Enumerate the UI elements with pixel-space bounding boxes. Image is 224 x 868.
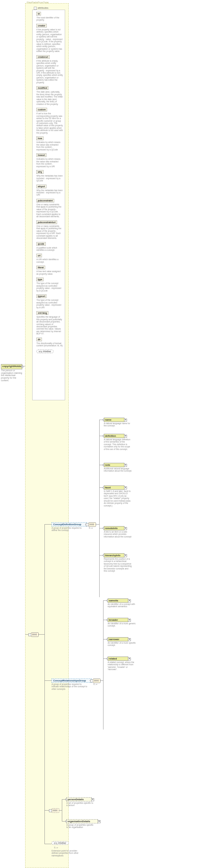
leaf-label: name [105, 418, 112, 421]
group-desc: A group of properties required to indica… [51, 683, 88, 690]
group-concept-relationships[interactable]: ConceptRelationshipsGroup [51, 679, 91, 683]
leaf-desc: Represents the position of a concept in … [104, 558, 132, 572]
attr-pubconstraint[interactable]: pubconstraint [36, 199, 54, 203]
attr-type[interactable]: type [36, 278, 43, 281]
attr-desc: Why the metadata has been included - exp… [36, 175, 63, 182]
connector [100, 680, 103, 681]
attr-any[interactable]: any ##other [36, 349, 53, 353]
group-name: ConceptRelationshipsGroup [53, 679, 86, 682]
collapse-icon[interactable]: - [34, 7, 37, 10]
expand-icon[interactable]: + [124, 527, 127, 530]
expand-icon[interactable]: + [128, 619, 131, 622]
leaf-label: broader [109, 618, 118, 621]
connector [62, 799, 62, 821]
attr-whyuri[interactable]: whyuri [36, 185, 46, 188]
leaf-label: organisationDetails [68, 820, 90, 823]
leaf-persondetails[interactable]: personDetails+ [66, 797, 91, 802]
leaf-sameas[interactable]: sameAs+ [108, 598, 128, 603]
attr-why[interactable]: why [36, 170, 43, 174]
attributes-header[interactable]: -attributes [34, 6, 48, 10]
leaf-desc: An identifier of a more specific concept… [108, 642, 136, 647]
leaf-facet[interactable]: facet+ [104, 486, 124, 490]
expand-icon[interactable]: + [128, 599, 131, 602]
occurrence: 0..∞ [94, 683, 97, 685]
lpin-icon [107, 639, 108, 640]
group-desc: A group of properties required to define… [51, 527, 85, 532]
leaf-desc: A natural language name for the concept. [104, 422, 132, 427]
attr-pubconstrainturi[interactable]: pubconstrainturi [36, 220, 57, 224]
connector [96, 524, 99, 525]
leaf-related[interactable]: related+ [108, 657, 128, 661]
collapse-icon[interactable]: - [90, 680, 93, 682]
attr-uri[interactable]: uri [36, 254, 42, 257]
sequence-selector[interactable]: - [88, 522, 96, 527]
leaf-label: personDetails [68, 798, 84, 801]
sequence-selector[interactable]: - [31, 632, 39, 637]
expand-icon[interactable]: + [124, 418, 127, 422]
collapse-icon[interactable]: - [28, 633, 31, 636]
group-name: ConceptDefinitionGroup [53, 523, 81, 526]
expand-icon[interactable]: + [124, 554, 127, 557]
attr-custom[interactable]: custom [36, 108, 47, 112]
attr-desc: A URI which identifies a concept. [36, 258, 63, 263]
attr-id[interactable]: id [36, 12, 41, 16]
group-concept-definition[interactable]: ConceptDefinitionGroup [51, 522, 87, 526]
expand-icon[interactable]: + [124, 435, 127, 438]
any-prefix: any [39, 350, 43, 352]
expand-icon[interactable]: + [124, 464, 127, 467]
attr-desc: Why the metadata has been included - exp… [36, 189, 63, 196]
expand-icon[interactable]: + [98, 820, 101, 823]
leaf-narrower[interactable]: narrower+ [108, 637, 128, 642]
leaf-label: related [109, 657, 117, 660]
attr-dir[interactable]: dir [36, 338, 42, 341]
attr-typeuri[interactable]: typeuri [36, 294, 46, 298]
attr-creator[interactable]: creator [36, 24, 47, 27]
attributes-frame: idThe local identifier of the property. … [32, 10, 65, 400]
lpin-icon [103, 555, 104, 556]
leaf-name[interactable]: name+ [104, 418, 124, 422]
expand-icon[interactable]: + [91, 798, 94, 801]
any-prefix: any [54, 842, 58, 844]
attr-how[interactable]: how [36, 136, 43, 140]
leaf-desc: A set of properties specific to a person [66, 802, 95, 807]
connector [44, 844, 51, 844]
leaf-desc: A link to an item or a web resource whic… [104, 531, 132, 538]
attr-qcode[interactable]: qcode [36, 242, 46, 246]
leaf-label: note [105, 464, 110, 466]
lpin-icon [66, 799, 67, 800]
expand-icon[interactable]: + [128, 657, 131, 660]
connector [99, 420, 100, 597]
attr-desc: Specifies the language of this property … [36, 316, 63, 335]
leaf-hierarchyinfo[interactable]: hierarchyInfo+ [104, 553, 124, 557]
choice-selector[interactable]: - [51, 808, 59, 813]
attr-desc: Indicates by which means the value was e… [36, 158, 63, 167]
attr-desc: The directionality of textual content (e… [36, 342, 63, 347]
any-value: ##other [43, 350, 51, 352]
root-element[interactable]: copyrightHolder [1, 364, 22, 369]
attr-creatoruri[interactable]: creatoruri [36, 55, 50, 59]
leaf-remoteinfo[interactable]: remoteInfo+ [104, 526, 124, 530]
attr-desc: The type of the concept assigned as cont… [36, 282, 63, 292]
leaf-label: facet [105, 486, 111, 489]
leaf-organisationdetails[interactable]: organisationDetails+ [66, 819, 98, 824]
attr-howuri[interactable]: howuri [36, 153, 46, 157]
expand-icon[interactable]: + [124, 487, 127, 489]
connector [44, 680, 51, 681]
attr-xmllang[interactable]: xml:lang [36, 311, 48, 315]
leaf-desc: A group of properties specific to an org… [66, 824, 95, 829]
collapse-icon[interactable]: - [86, 523, 89, 526]
expand-icon[interactable]: + [128, 638, 131, 641]
attr-literal[interactable]: literal [36, 266, 45, 269]
collapse-icon[interactable]: - [49, 809, 52, 812]
sequence-selector[interactable]: - [93, 679, 101, 683]
leaf-broader[interactable]: broader+ [108, 618, 128, 622]
occurrence: 0..∞ [89, 527, 93, 529]
attr-modified[interactable]: modified [36, 86, 48, 90]
leaf-label: narrower [109, 638, 119, 641]
attr-desc: One or many constraints that apply to pu… [36, 204, 63, 218]
attr-desc: If set to true the corresponding propert… [36, 112, 63, 134]
any-other[interactable]: any ##other [51, 841, 69, 845]
leaf-definition[interactable]: definition+ [104, 434, 124, 438]
leaf-note[interactable]: note+ [104, 463, 124, 467]
connector [44, 524, 51, 525]
